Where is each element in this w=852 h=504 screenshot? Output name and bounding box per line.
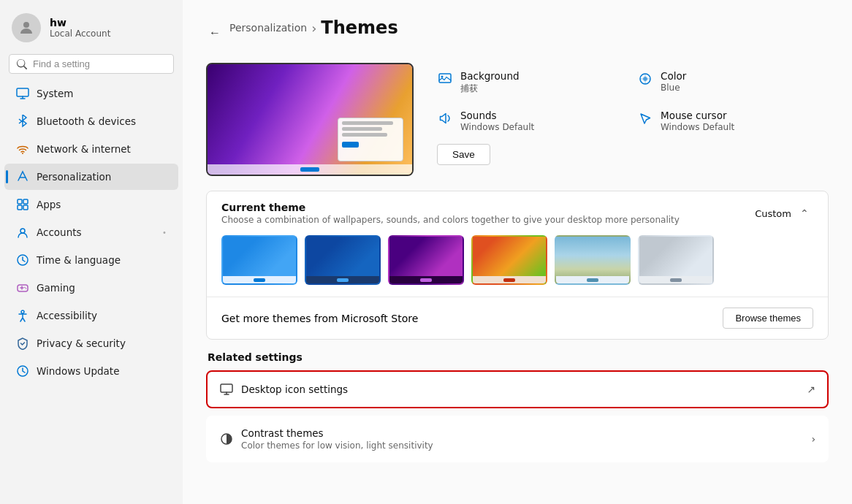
theme-thumb-1[interactable] — [221, 235, 297, 285]
network-icon — [16, 142, 29, 156]
sidebar-item-time-label: Time & language — [37, 254, 121, 266]
theme-prop-background[interactable]: Background 捕获 — [428, 63, 628, 102]
svg-point-17 — [643, 77, 647, 81]
sidebar-item-update-label: Windows Update — [37, 365, 119, 377]
theme-prop-cursor[interactable]: Mouse cursor Windows Default — [628, 102, 829, 140]
sidebar-item-apps[interactable]: Apps — [4, 191, 178, 218]
avatar — [12, 13, 41, 42]
sidebar-item-accessibility-label: Accessibility — [37, 310, 97, 321]
sounds-value: Windows Default — [460, 122, 534, 132]
sidebar-item-privacy-label: Privacy & security — [37, 337, 126, 349]
sidebar-item-gaming-label: Gaming — [37, 282, 75, 294]
bluetooth-icon — [16, 115, 29, 128]
windows-update-icon — [16, 364, 29, 378]
apps-icon — [16, 198, 29, 211]
back-button[interactable]: ← — [206, 23, 224, 42]
svg-rect-1 — [17, 88, 28, 96]
svg-point-2 — [22, 153, 23, 154]
svg-rect-18 — [221, 384, 232, 392]
page-title: Themes — [321, 18, 398, 38]
search-input[interactable] — [33, 58, 166, 69]
system-icon — [16, 87, 29, 100]
personalization-icon — [16, 170, 29, 183]
preview-window — [338, 118, 403, 161]
accessibility-icon — [16, 309, 29, 322]
background-value: 捕获 — [460, 83, 520, 95]
user-profile[interactable]: hw Local Account — [0, 0, 183, 51]
sidebar-item-accounts[interactable]: Accounts • — [4, 219, 178, 245]
contrast-icon — [219, 432, 234, 446]
desktop-icon-label: Desktop icon settings — [241, 383, 348, 395]
sidebar-item-apps-label: Apps — [37, 199, 61, 210]
sidebar-item-system-label: System — [37, 88, 73, 99]
sidebar-item-system[interactable]: System — [4, 80, 178, 107]
contrast-themes-label: Contrast themes — [241, 427, 433, 439]
theme-thumb-5[interactable] — [555, 235, 631, 285]
related-item-desktop-icon[interactable]: Desktop icon settings ↗ — [206, 370, 829, 408]
external-link-icon: ↗ — [807, 383, 815, 395]
user-name: hw — [50, 17, 110, 28]
breadcrumb-separator: › — [311, 20, 316, 36]
theme-thumb-6[interactable] — [638, 235, 714, 285]
theme-prop-color[interactable]: Color Blue — [628, 63, 829, 102]
user-account-type: Local Account — [50, 28, 110, 39]
svg-point-7 — [20, 229, 25, 233]
accounts-icon — [16, 226, 29, 239]
related-settings-section: Related settings Desktop icon settings ↗ — [206, 351, 829, 462]
svg-rect-6 — [23, 205, 28, 210]
store-label: Get more themes from Microsoft Store — [221, 313, 418, 324]
sidebar-item-privacy[interactable]: Privacy & security — [4, 330, 178, 356]
sidebar-item-windows-update[interactable]: Windows Update — [4, 358, 178, 384]
color-value: Blue — [661, 83, 686, 93]
theme-thumb-4[interactable] — [471, 235, 547, 285]
sidebar-item-network[interactable]: Network & internet — [4, 136, 178, 162]
theme-preview-image — [206, 63, 414, 176]
current-theme-header: Current theme Choose a combination of wa… — [207, 191, 828, 235]
current-theme-subtitle: Choose a combination of wallpapers, soun… — [221, 215, 680, 225]
chevron-right-icon: › — [811, 433, 815, 445]
collapse-button[interactable]: ⌃ — [796, 205, 813, 222]
related-item-contrast-themes[interactable]: Contrast themes Color themes for low vis… — [206, 416, 829, 462]
sidebar: hw Local Account System Bluetooth & devi… — [0, 0, 183, 504]
theme-prop-sounds[interactable]: Sounds Windows Default — [428, 102, 628, 140]
sidebar-item-accounts-label: Accounts — [37, 226, 82, 238]
sounds-label: Sounds — [460, 110, 534, 121]
svg-rect-3 — [18, 199, 22, 204]
sidebar-item-gaming[interactable]: Gaming — [4, 275, 178, 301]
current-theme-title: Current theme — [221, 202, 680, 213]
time-icon — [16, 253, 29, 267]
sidebar-item-personalization[interactable]: Personalization — [4, 164, 178, 190]
save-button[interactable]: Save — [437, 144, 490, 165]
sidebar-item-bluetooth-label: Bluetooth & devices — [37, 115, 136, 127]
cursor-icon — [637, 110, 653, 126]
sidebar-item-network-label: Network & internet — [37, 143, 131, 155]
preview-taskbar-start — [300, 167, 319, 172]
svg-point-11 — [26, 288, 27, 289]
themes-grid — [207, 235, 828, 297]
sidebar-item-time[interactable]: Time & language — [4, 247, 178, 273]
svg-rect-14 — [439, 74, 451, 83]
sound-icon — [437, 110, 453, 126]
theme-thumb-2[interactable] — [305, 235, 381, 285]
current-theme-section: Current theme Choose a combination of wa… — [206, 191, 829, 340]
main-content: ← Personalization › Themes — [183, 0, 852, 504]
color-label: Color — [661, 70, 686, 82]
contrast-themes-sub: Color themes for low vision, light sensi… — [241, 440, 433, 451]
gaming-icon — [16, 281, 29, 294]
breadcrumb-parent[interactable]: Personalization — [229, 22, 307, 34]
sidebar-item-accessibility[interactable]: Accessibility — [4, 302, 178, 329]
theme-control-label: Custom — [755, 208, 791, 219]
svg-point-0 — [23, 22, 29, 28]
cursor-value: Windows Default — [661, 122, 734, 132]
sidebar-item-bluetooth[interactable]: Bluetooth & devices — [4, 108, 178, 134]
privacy-icon — [16, 337, 29, 350]
search-box[interactable] — [9, 54, 174, 74]
svg-point-12 — [21, 310, 24, 313]
theme-thumb-3[interactable] — [388, 235, 464, 285]
browse-themes-button[interactable]: Browse themes — [723, 308, 813, 329]
preview-taskbar — [208, 164, 412, 175]
background-label: Background — [460, 70, 520, 82]
microsoft-store-row: Get more themes from Microsoft Store Bro… — [207, 297, 828, 339]
svg-point-10 — [24, 287, 26, 289]
svg-rect-4 — [23, 199, 28, 204]
